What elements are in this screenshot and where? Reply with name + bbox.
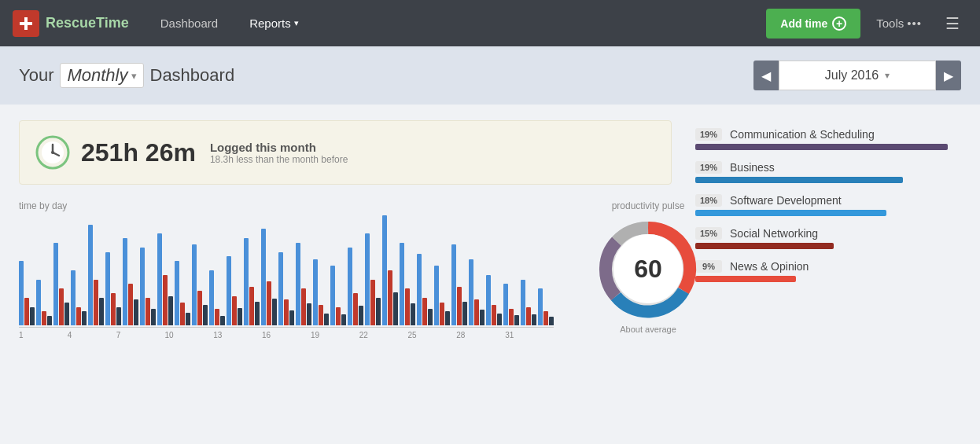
period-selector[interactable]: Monthly — [60, 63, 143, 88]
add-time-plus-icon: + — [832, 17, 846, 31]
time-by-day-chart: time by day 1471013161922252831 — [19, 200, 554, 339]
bar-blue — [400, 243, 404, 325]
bar-blue — [296, 243, 300, 325]
page-title: Your Monthly Dashboard — [19, 63, 234, 88]
bar-group — [105, 252, 121, 325]
bar-red — [319, 305, 323, 325]
chart-x-label: 28 — [456, 331, 505, 339]
category-header: 19%Business — [695, 161, 961, 174]
nav-dashboard[interactable]: Dashboard — [145, 0, 234, 46]
prev-date-button[interactable]: ◀ — [753, 61, 779, 90]
bar-red — [94, 280, 98, 325]
clock-icon — [35, 135, 70, 170]
bar-blue — [36, 280, 41, 325]
bar-blue — [244, 238, 249, 325]
pulse-chart: 60 — [597, 218, 699, 320]
bar-blue — [348, 248, 352, 325]
bar-red — [301, 288, 306, 325]
category-bar — [695, 276, 796, 282]
bar-red — [457, 287, 462, 325]
category-pct: 19% — [695, 161, 722, 174]
chart-x-label: 16 — [262, 331, 311, 339]
logo[interactable]: RescueTime — [13, 10, 129, 37]
chart-x-label: 1 — [19, 331, 68, 339]
category-bar-container — [695, 210, 961, 216]
bar-blue — [157, 233, 162, 325]
category-pct: 18% — [695, 194, 722, 207]
pulse-score: 60 — [634, 255, 662, 284]
right-panel: 19%Communication & Scheduling19%Business… — [695, 120, 961, 339]
bar-group — [538, 288, 554, 325]
bar-red — [422, 298, 427, 325]
bar-blue — [71, 270, 76, 325]
bar-red — [370, 280, 375, 325]
category-bar-container — [695, 144, 961, 150]
bar-group — [417, 254, 433, 325]
bar-blue — [330, 266, 335, 325]
tools-menu[interactable]: Tools ••• — [860, 17, 938, 30]
category-bar — [695, 210, 886, 216]
bar-group — [278, 252, 294, 325]
category-pct: 15% — [695, 227, 722, 240]
bar-group — [451, 244, 467, 325]
bar-dark — [428, 309, 433, 325]
bar-group — [503, 284, 519, 325]
bar-dark — [134, 299, 138, 325]
category-row: 9%News & Opinion — [695, 260, 961, 282]
nav-reports[interactable]: Reports — [234, 0, 315, 46]
logged-time: 251h 26m — [81, 138, 196, 167]
bar-red — [336, 307, 341, 325]
svg-point-6 — [51, 151, 54, 154]
bar-dark — [220, 316, 225, 325]
category-row: 19%Business — [695, 161, 961, 183]
category-pct: 19% — [695, 128, 722, 141]
bar-group — [53, 243, 69, 325]
bar-group — [157, 233, 173, 325]
bar-dark — [82, 311, 87, 325]
bar-group — [36, 280, 52, 325]
bar-dark — [255, 302, 260, 325]
add-time-label: Add time — [780, 17, 827, 30]
bar-group — [486, 275, 502, 325]
next-date-button[interactable]: ▶ — [936, 61, 961, 90]
bar-blue — [382, 215, 387, 325]
category-bar-container — [695, 177, 961, 183]
bar-red — [543, 311, 548, 325]
bar-red — [249, 287, 254, 325]
category-row: 15%Social Networking — [695, 227, 961, 249]
hamburger-icon[interactable]: ☰ — [938, 14, 967, 33]
bar-blue — [261, 229, 266, 325]
chart-x-label: 19 — [311, 331, 359, 339]
title-prefix: Your — [19, 65, 53, 86]
bar-blue — [521, 280, 525, 325]
bar-red — [215, 309, 219, 325]
bar-group — [348, 248, 363, 325]
bar-dark — [186, 313, 190, 325]
bar-blue — [209, 270, 214, 325]
bar-blue — [88, 225, 93, 325]
bar-red — [284, 299, 289, 325]
bar-dark — [289, 310, 294, 325]
bar-red — [353, 293, 358, 325]
bar-group — [209, 270, 225, 325]
bar-blue — [434, 266, 439, 325]
tools-label: Tools — [876, 17, 904, 30]
bar-dark — [272, 299, 277, 325]
charts-row: time by day 1471013161922252831 producti… — [19, 200, 672, 339]
add-time-button[interactable]: Add time + — [766, 9, 860, 39]
bar-blue — [503, 284, 508, 325]
bar-dark — [359, 306, 363, 325]
bar-group — [88, 225, 104, 325]
main-content: 251h 26m Logged this month 18.3h less th… — [0, 105, 980, 355]
category-header: 18%Software Development — [695, 194, 961, 207]
category-name: Social Networking — [730, 227, 818, 240]
bar-red — [59, 288, 64, 325]
bar-dark — [393, 292, 398, 325]
bar-red — [128, 284, 133, 325]
bar-blue — [451, 244, 456, 325]
bar-blue — [313, 259, 318, 325]
date-display[interactable]: July 2016 — [779, 61, 936, 90]
bar-dark — [238, 308, 242, 325]
navbar: RescueTime Dashboard Reports Add time + … — [0, 0, 980, 46]
bar-blue — [365, 233, 370, 325]
